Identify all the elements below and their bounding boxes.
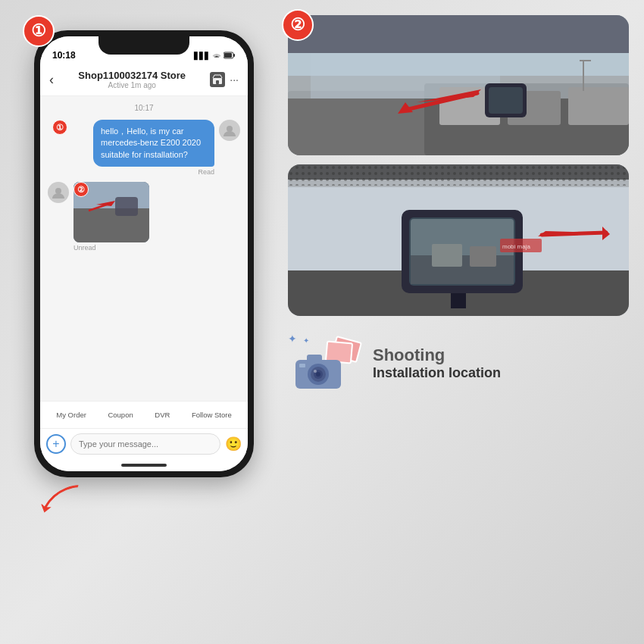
phone-frame: 10:18 ▋▋▋ ‹ Shop1100032 <box>34 30 254 477</box>
svg-rect-15 <box>288 91 439 155</box>
chat-header: ‹ Shop1100032174 Store Active 1m ago ··· <box>40 64 248 96</box>
svg-point-5 <box>227 126 233 132</box>
svg-rect-35 <box>288 164 629 180</box>
sent-message-bubble: hello，Hello, is my car mercedes-benz E20… <box>93 120 214 167</box>
store-icon[interactable] <box>210 72 225 87</box>
right-section: ② <box>288 15 629 629</box>
add-button[interactable]: + <box>46 434 66 454</box>
shooting-title: Shooting <box>373 345 629 365</box>
battery-icon <box>224 52 236 61</box>
wifi-icon <box>212 52 221 61</box>
svg-rect-45 <box>451 293 466 308</box>
right-top-section: ② <box>288 15 629 155</box>
shooting-text-section: Shooting Installation location <box>373 345 629 381</box>
home-indicator <box>121 464 167 467</box>
camera-icon-section: ✦ ✦ <box>288 333 364 393</box>
svg-rect-42 <box>470 246 496 267</box>
phone-notch <box>98 36 189 55</box>
active-status: Active 1m ago <box>60 81 204 89</box>
sparkle-2: ✦ <box>303 336 309 345</box>
follow-store-btn[interactable]: Follow Store <box>187 408 236 422</box>
arrow-decoration <box>38 474 83 530</box>
status-icons: ▋▋▋ <box>194 52 236 61</box>
svg-text:mobi maja: mobi maja <box>502 243 530 250</box>
installation-subtitle: Installation location <box>373 365 629 381</box>
chat-toolbar: My Order Coupon DVR Follow Store <box>40 401 248 429</box>
svg-rect-18 <box>288 15 629 53</box>
store-avatar <box>48 182 69 203</box>
status-time: 10:18 <box>52 50 76 61</box>
step1-badge: ① <box>23 15 55 47</box>
svg-rect-50 <box>307 355 322 364</box>
step2-badge: ② <box>282 9 314 41</box>
user-avatar <box>219 120 240 141</box>
svg-point-6 <box>55 188 61 194</box>
coupon-btn[interactable]: Coupon <box>103 408 137 422</box>
car-photo-bottom: mobi maja <box>288 164 629 316</box>
svg-rect-9 <box>73 208 149 242</box>
camera-info-section: ✦ ✦ <box>288 325 629 401</box>
step2-inline-badge: ② <box>73 182 89 197</box>
message-input[interactable] <box>70 433 220 455</box>
chat-header-info: Shop1100032174 Store Active 1m ago <box>60 70 204 89</box>
svg-line-47 <box>542 233 606 235</box>
store-title: Shop1100032174 Store <box>60 70 204 81</box>
svg-rect-24 <box>489 87 523 114</box>
car-photo-top <box>288 15 629 155</box>
svg-rect-56 <box>299 364 305 367</box>
svg-rect-2 <box>224 53 232 58</box>
chat-body: 10:17 ① hello，Hello, is my car mercedes-… <box>40 96 248 401</box>
camera-body <box>292 349 345 393</box>
svg-rect-4 <box>216 80 219 84</box>
emoji-button[interactable]: 🙂 <box>225 436 242 452</box>
message-read-status: Read <box>198 168 214 176</box>
home-indicator-bar <box>40 459 248 471</box>
svg-point-54 <box>316 372 320 377</box>
svg-rect-41 <box>432 244 462 267</box>
svg-rect-1 <box>233 54 235 57</box>
svg-point-55 <box>314 370 317 373</box>
myorder-btn[interactable]: My Order <box>52 408 91 422</box>
dvr-btn[interactable]: DVR <box>150 408 174 422</box>
step1-inline-badge: ① <box>52 120 67 135</box>
phone-section: ① 10:18 ▋▋▋ <box>15 15 273 629</box>
signal-icon: ▋▋▋ <box>194 52 210 60</box>
sparkle-1: ✦ <box>288 333 297 345</box>
back-button[interactable]: ‹ <box>49 72 54 88</box>
unread-label: Unread <box>73 244 96 252</box>
message-timestamp: 10:17 <box>48 104 240 112</box>
more-icon[interactable]: ··· <box>230 73 239 86</box>
chat-input-row: + 🙂 <box>40 429 248 459</box>
svg-rect-22 <box>568 87 629 125</box>
header-icons: ··· <box>210 72 239 87</box>
svg-rect-10 <box>115 197 138 216</box>
sent-message-row: hello，Hello, is my car mercedes-benz E20… <box>48 120 240 176</box>
